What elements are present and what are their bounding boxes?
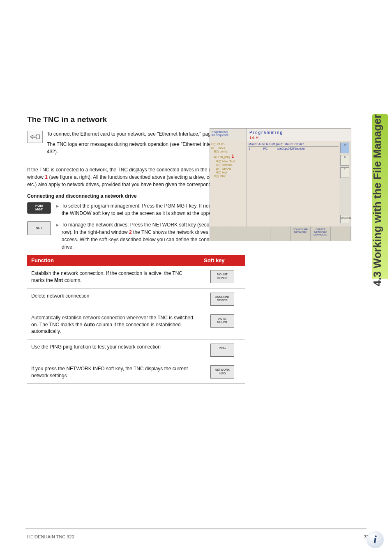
scr-main-panel: Mount Auto Mount point Mount Device 1 PC… — [247, 141, 339, 226]
sk-cell: PING — [200, 339, 245, 361]
scr-bottom-softkey[interactable]: DELETE NETWORK CONNECTN. — [311, 226, 331, 241]
tree-item[interactable]: ⊟▢ TNC:\ — [211, 146, 245, 150]
softkey-button[interactable]: NETWORK INFO — [210, 365, 234, 379]
scr-bottom-softkey[interactable] — [210, 226, 230, 241]
footer-divider — [25, 528, 367, 529]
fn-cell: Establish the network connection. If the… — [27, 266, 200, 288]
scr-bottom-softkey[interactable]: CONFIGURE NETWORK — [291, 226, 311, 241]
scr-row-no: 1 — [249, 147, 254, 150]
hand-note-icon — [27, 131, 43, 143]
col-softkey: Soft key — [200, 255, 245, 266]
body-post: (see figure at right). All the functions… — [27, 174, 235, 187]
tree-item[interactable]: ⊞▢ nc_prog1 — [211, 153, 245, 159]
scr-bottom-softkey[interactable] — [250, 226, 270, 241]
softkey-button[interactable]: UNMOUNT DEVICE — [210, 293, 234, 306]
softkey-button[interactable]: PING — [210, 344, 234, 357]
softkey-button[interactable]: AUTO MOUNT — [210, 314, 234, 328]
tree-item[interactable]: ⊟▢ PLC:\ — [211, 142, 245, 146]
scr-softkey-row: CONFIGURE NETWORKDELETE NETWORK CONNECTN… — [210, 226, 351, 241]
table-row: Establish the network connection. If the… — [27, 266, 245, 288]
scr-title: Programming 14.H — [247, 129, 351, 141]
scr-side-btn-m[interactable]: M — [340, 143, 349, 153]
scr-row-path: \\de01pc5323\transfer — [277, 147, 305, 150]
sk-cell: NETWORK INFO — [200, 361, 245, 384]
net-key-button[interactable]: NET — [27, 221, 51, 235]
pgm-mgt-key-button[interactable]: PGM MGT — [27, 202, 51, 214]
col-function: Function — [27, 255, 200, 266]
scr-bottom-softkey[interactable] — [270, 226, 291, 241]
softkey-button[interactable]: MOUNT DEVICE — [210, 270, 234, 283]
scr-main-header: Mount Auto Mount point Mount Device — [248, 142, 339, 147]
fn-cell: Automatically establish network connecti… — [27, 310, 200, 339]
table-row: Delete network connectionUNMOUNT DEVICE — [27, 288, 245, 310]
tree-item[interactable]: ⊞▢ config — [211, 150, 245, 153]
embedded-screenshot: Program run full sequence Programming 14… — [210, 128, 351, 241]
scr-bottom-softkey[interactable] — [331, 226, 351, 241]
scr-side-toolbar: M S T DIAGNOSE — [339, 141, 351, 226]
table-row: Automatically establish network connecti… — [27, 310, 245, 339]
sk-cell: MOUNT DEVICE — [200, 266, 245, 288]
tree-item[interactable]: ⊞▢ SHOW — [211, 167, 245, 171]
info-icon[interactable]: i — [367, 531, 384, 548]
scr-bottom-softkey[interactable] — [230, 226, 250, 241]
scr-side-btn-s[interactable]: S — [340, 155, 349, 166]
tree-item[interactable]: ⊞▢ table — [211, 174, 245, 178]
table-row: If you press the NETWORK INFO soft key, … — [27, 361, 245, 384]
scr-directory-tree[interactable]: ⊟▢ PLC:\⊟▢ TNC:\⊞▢ config⊞▢ nc_prog1⊞▢ M… — [210, 141, 247, 226]
scr-row-pc: PC: — [254, 147, 277, 150]
scr-side-btn-diagnose[interactable]: DIAGNOSE — [340, 215, 349, 223]
section-sidebar-title: 4.3 Working with the File Manager — [371, 114, 384, 286]
softkey-table: Function Soft key Establish the network … — [27, 255, 245, 384]
section-heading: The TNC in a network — [27, 115, 245, 124]
footer-left: HEIDENHAIN TNC 320 — [27, 534, 74, 539]
scr-side-btn-t[interactable]: T — [340, 167, 349, 178]
table-row: Use the PING ping function to test your … — [27, 339, 245, 361]
sk-cell: UNMOUNT DEVICE — [200, 288, 245, 310]
page-footer: HEIDENHAIN TNC 320 73 — [27, 534, 369, 539]
fn-cell: If you press the NETWORK INFO soft key, … — [27, 361, 200, 384]
scr-subtitle: 14.H — [249, 136, 348, 140]
scr-mode-label: Program run full sequence — [210, 129, 247, 141]
tree-item[interactable]: ⊞▢ Man_Test — [211, 159, 245, 163]
scr-main-row[interactable]: 1 PC: \\de01pc5323\transfer — [248, 147, 339, 150]
tree-item[interactable]: ⊞▢ test — [211, 171, 245, 174]
tree-item[interactable]: ⊞▢ screens — [211, 163, 245, 167]
scr-title-text: Programming — [249, 130, 283, 135]
step2-ref: 2 — [129, 229, 132, 235]
fn-cell: Delete network connection — [27, 288, 200, 310]
sk-cell: AUTO MOUNT — [200, 310, 245, 339]
fn-cell: Use the PING ping function to test your … — [27, 339, 200, 361]
